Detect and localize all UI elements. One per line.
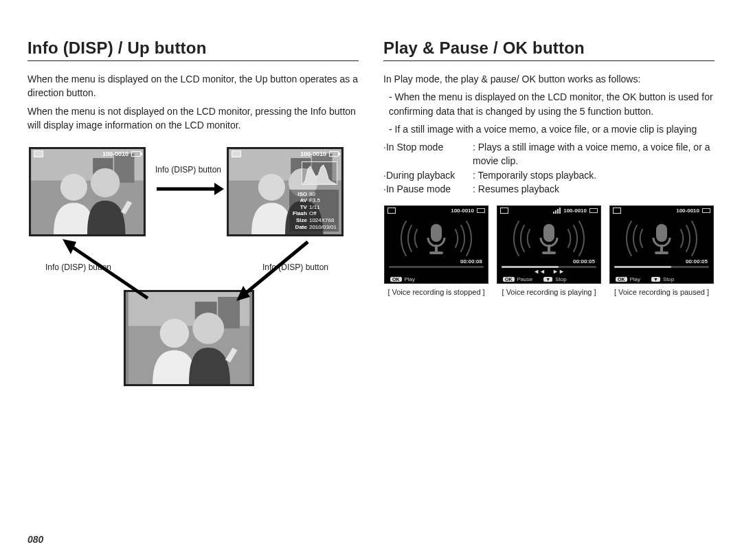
footer-action: OKPause [503, 276, 532, 282]
playback-mode-icon [387, 208, 396, 214]
mode-list: ·In Stop mode : Plays a still image with… [383, 140, 715, 196]
battery-icon [702, 208, 710, 213]
file-number: 100-0010 [451, 208, 474, 214]
playback-icon [232, 150, 241, 157]
thumb-topbar: 100-0010 [232, 150, 339, 157]
playback-mode-icon [500, 208, 508, 214]
battery-icon [477, 208, 485, 213]
svg-rect-30 [656, 224, 667, 242]
svg-marker-21 [63, 239, 76, 254]
svg-rect-28 [548, 245, 550, 251]
right-intro: In Play mode, the play & pause/ OK butto… [383, 72, 715, 86]
page-number: 080 [27, 534, 43, 545]
couple-illustration [126, 292, 252, 384]
footer-action-text: Stop [663, 276, 674, 282]
lcd-thumb-basic: 100-0010 [29, 147, 146, 236]
left-heading: Info (DISP) / Up button [27, 38, 359, 58]
file-number: 100-0010 [300, 150, 326, 157]
svg-point-10 [258, 174, 285, 201]
voice-screen-card: 100-001000:00:08OKPlay[ Voice recording … [383, 205, 489, 296]
file-number: 100-0010 [676, 208, 699, 214]
elapsed-time: 00:00:05 [573, 258, 595, 265]
lcd-voice-screen: 100-001000:00:05OKPlay▼Stop [609, 205, 714, 284]
playback-icon [34, 150, 43, 157]
screen-topbar: 100-0010 [500, 208, 598, 214]
screen-caption: [ Voice recording is playing ] [502, 288, 596, 296]
footer-action: OKPlay [390, 276, 415, 282]
svg-point-16 [160, 319, 189, 348]
screen-caption: [ Voice recording is paused ] [614, 288, 709, 296]
footer-action-text: Play [405, 276, 416, 282]
svg-marker-19 [214, 183, 224, 195]
button-badge: ▼ [651, 277, 660, 282]
svg-point-5 [91, 168, 120, 197]
arrow-label-right: Info (DISP) button [155, 165, 221, 175]
thumb-topbar: 100-0010 [34, 150, 141, 157]
footer-action-text: Pause [517, 276, 533, 282]
left-para-1: When the menu is displayed on the LCD mo… [27, 72, 359, 100]
svg-rect-27 [543, 224, 554, 242]
file-number: 100-0010 [563, 208, 587, 214]
button-badge: ▼ [543, 277, 552, 282]
arrow-label-bottom-right: Info (DISP) button [262, 262, 328, 272]
svg-rect-31 [660, 245, 663, 251]
battery-icon [329, 151, 339, 157]
svg-point-17 [192, 313, 224, 344]
microphone-icon [508, 214, 590, 262]
lcd-voice-screen: 100-001000:00:08OKPlay [384, 205, 488, 284]
playback-mode-icon [613, 208, 621, 214]
right-bullet-1: - When the menu is displayed on the LCD … [383, 90, 715, 118]
battery-icon [131, 151, 141, 157]
footer-action: ▼Stop [651, 276, 674, 282]
couple-illustration [31, 149, 144, 234]
svg-rect-32 [655, 251, 668, 254]
rew-icon: ◄◄ [533, 268, 546, 275]
button-badge: OK [503, 277, 515, 282]
right-column: Play & Pause / OK button In Play mode, t… [383, 38, 715, 396]
footer-action-text: Play [630, 276, 641, 282]
button-badge: OK [390, 277, 402, 282]
info-disp-diagram: 100-0010 [27, 142, 359, 396]
footer-action: ▼Stop [543, 276, 566, 282]
svg-rect-24 [431, 224, 442, 242]
svg-rect-25 [435, 245, 438, 251]
progress-bar [389, 266, 484, 268]
signal-bars-icon [553, 208, 561, 214]
lcd-thumb-plain [124, 290, 254, 386]
ff-icon: ►► [552, 268, 565, 275]
image-metadata: ISO80 AVF3.5 TV1/11 FlashOff Size1024X76… [289, 190, 339, 232]
lcd-thumb-detailed: 100-0010 ISO80 AVF3.5 TV1/11 FlashOff Si… [227, 147, 344, 236]
right-bullet-2: - If a still image with a voice memo, a … [383, 122, 715, 136]
svg-rect-26 [429, 251, 443, 254]
progress-bar [614, 266, 709, 268]
arrow-right-icon [155, 179, 224, 199]
right-heading: Play & Pause / OK button [383, 38, 715, 58]
arrow-label-bottom-left: Info (DISP) button [45, 262, 111, 272]
svg-rect-29 [542, 251, 556, 254]
screen-caption: [ Voice recording is stopped ] [387, 288, 484, 296]
elapsed-time: 00:00:05 [686, 258, 708, 265]
screen-topbar: 100-0010 [613, 208, 710, 214]
battery-icon [589, 208, 598, 213]
button-badge: OK [616, 277, 627, 282]
voice-screen-card: 100-001000:00:05OKPlay▼Stop[ Voice recor… [609, 205, 715, 296]
file-number: 100-0010 [102, 150, 128, 157]
svg-point-4 [60, 174, 87, 201]
footer-action-text: Stop [555, 276, 566, 282]
divider [383, 60, 715, 61]
voice-screen-card: 100-001000:00:05◄◄►►OKPause▼Stop[ Voice … [496, 205, 602, 296]
left-para-2: When the menu is not displayed on the LC… [27, 104, 359, 133]
mode-row: ·During playback : Temporarily stops pla… [383, 168, 715, 182]
mode-row: ·In Pause mode : Resumes playback [383, 182, 715, 196]
mode-row: ·In Stop mode : Plays a still image with… [383, 140, 715, 168]
screen-topbar: 100-0010 [387, 208, 485, 214]
lcd-voice-screen: 100-001000:00:05◄◄►►OKPause▼Stop [497, 205, 601, 284]
histogram [302, 161, 337, 185]
divider [27, 60, 359, 61]
elapsed-time: 00:00:08 [460, 258, 482, 265]
voice-screen-row: 100-001000:00:08OKPlay[ Voice recording … [383, 205, 715, 296]
microphone-icon [395, 214, 477, 262]
left-column: Info (DISP) / Up button When the menu is… [27, 38, 359, 396]
footer-action: OKPlay [616, 276, 640, 282]
microphone-icon [620, 214, 703, 262]
